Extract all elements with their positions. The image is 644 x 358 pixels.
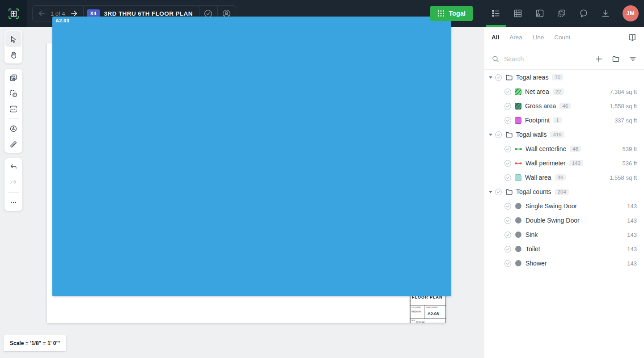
select-tool-button[interactable] bbox=[5, 31, 21, 47]
plus-icon bbox=[595, 55, 603, 63]
tree-group-togal-areas[interactable]: Togal areas 70 bbox=[484, 70, 644, 84]
check-circle-icon[interactable] bbox=[495, 131, 502, 139]
item-label: Wall centerline bbox=[525, 145, 566, 152]
takeoff-list-panel-button[interactable] bbox=[491, 0, 501, 27]
togal-ai-button[interactable]: Togal bbox=[430, 6, 473, 21]
undo-button[interactable] bbox=[5, 159, 21, 175]
item-label: Sink bbox=[525, 231, 538, 238]
tree-item-single-swing-door[interactable]: Single Swing Door 143 bbox=[484, 199, 644, 213]
table-view-button[interactable] bbox=[513, 0, 523, 27]
tree-item-wall-centerline[interactable]: Wall centerline 48 539 ft bbox=[484, 142, 644, 156]
download-icon bbox=[601, 8, 610, 18]
redo-button[interactable] bbox=[5, 175, 21, 190]
count-dot-swatch bbox=[515, 260, 521, 266]
togal-button-label: Togal bbox=[449, 10, 466, 17]
check-circle-icon[interactable] bbox=[504, 202, 512, 210]
comments-button[interactable] bbox=[579, 0, 589, 27]
tree-item-shower[interactable]: Shower 143 bbox=[484, 256, 644, 270]
dots-grid-icon bbox=[437, 10, 445, 17]
pages-panel-button[interactable] bbox=[535, 0, 545, 27]
check-circle-icon[interactable] bbox=[504, 102, 512, 110]
svg-text:A2.03: A2.03 bbox=[428, 311, 439, 316]
tree-item-wall-perimeter[interactable]: Wall perimeter 143 536 ft bbox=[484, 156, 644, 170]
filter-button[interactable] bbox=[629, 55, 637, 63]
annotate-tool-button[interactable] bbox=[5, 121, 21, 136]
check-circle-icon[interactable] bbox=[504, 231, 512, 239]
tree-item-wall-area[interactable]: Wall area 46 1,558 sq ft bbox=[484, 170, 644, 185]
split-region-tool-button[interactable] bbox=[5, 101, 21, 117]
tree-item-gross-area[interactable]: Gross area 46 1,558 sq ft bbox=[484, 99, 644, 113]
folder-icon bbox=[612, 55, 620, 63]
item-value: 337 sq ft bbox=[614, 117, 637, 124]
scale-indicator: Scale = '1/8" = 1' 0"' bbox=[4, 335, 66, 351]
tree-item-double-swing-door[interactable]: Double Swing Door 143 bbox=[484, 213, 644, 227]
check-circle-icon[interactable] bbox=[495, 74, 502, 81]
item-label: Gross area bbox=[525, 102, 556, 110]
folder-icon bbox=[505, 131, 513, 139]
duplicate-button[interactable] bbox=[557, 0, 567, 27]
svg-text:07-14-10: 07-14-10 bbox=[416, 321, 425, 323]
item-label: Wall perimeter bbox=[525, 160, 566, 167]
undo-icon bbox=[9, 163, 17, 171]
check-circle-icon[interactable] bbox=[504, 88, 512, 96]
prev-page-button[interactable] bbox=[33, 6, 51, 21]
download-button[interactable] bbox=[601, 0, 610, 27]
check-circle-icon[interactable] bbox=[504, 145, 512, 153]
pan-tool-button[interactable] bbox=[5, 47, 21, 63]
lasso-icon bbox=[9, 89, 17, 97]
measure-tool-button[interactable] bbox=[5, 136, 21, 152]
copy-takeoff-tool-button[interactable] bbox=[5, 70, 21, 85]
caret-down-icon[interactable] bbox=[489, 76, 492, 79]
check-circle-icon[interactable] bbox=[495, 188, 502, 196]
tree-group-togal-counts[interactable]: Togal counts 204 bbox=[484, 185, 644, 199]
toolbar-group-navigate bbox=[4, 30, 22, 63]
check-circle-icon[interactable] bbox=[504, 217, 512, 224]
toolbar-group-takeoff bbox=[4, 69, 22, 153]
document-title: 3RD THRU 6TH FLOOR PLAN bbox=[104, 10, 193, 17]
gross-area-swatch bbox=[515, 103, 521, 110]
tree-item-net-area[interactable]: Net area 22 7,384 sq ft bbox=[484, 84, 644, 99]
item-label: Wall area bbox=[525, 174, 551, 181]
tab-all[interactable]: All bbox=[491, 34, 499, 41]
count-dot-swatch bbox=[515, 203, 521, 209]
tree-item-footprint[interactable]: Footprint 1 337 sq ft bbox=[484, 113, 644, 127]
sidebar-tabs: All Area Line Count bbox=[484, 27, 644, 48]
search-input[interactable] bbox=[504, 55, 576, 63]
checklist-icon bbox=[491, 8, 501, 18]
check-circle-icon[interactable] bbox=[504, 117, 512, 124]
group-count-badge: 204 bbox=[555, 189, 569, 195]
add-takeoff-button[interactable] bbox=[595, 55, 603, 63]
tab-area[interactable]: Area bbox=[509, 34, 522, 41]
count-dot-swatch bbox=[515, 232, 521, 238]
caret-down-icon[interactable] bbox=[489, 191, 492, 193]
app-logo[interactable] bbox=[0, 0, 27, 27]
sidebar-search bbox=[484, 48, 644, 70]
header-actions: Togal JM bbox=[430, 0, 639, 27]
net-area-swatch bbox=[515, 88, 521, 95]
check-circle-icon[interactable] bbox=[504, 245, 512, 253]
item-count-badge: 46 bbox=[559, 103, 571, 109]
check-circle-icon[interactable] bbox=[504, 160, 512, 167]
tree-item-toilet[interactable]: Toilet 143 bbox=[484, 242, 644, 256]
item-value: 143 bbox=[627, 232, 637, 238]
tree-group-togal-walls[interactable]: Togal walls 419 bbox=[484, 127, 644, 142]
wall-perimeter-swatch bbox=[515, 160, 522, 167]
user-avatar[interactable]: JM bbox=[623, 5, 639, 21]
check-circle-icon[interactable] bbox=[504, 260, 512, 267]
tab-count[interactable]: Count bbox=[554, 34, 570, 41]
item-label: Net area bbox=[525, 88, 549, 95]
caret-down-icon[interactable] bbox=[489, 134, 492, 136]
tab-line[interactable]: Line bbox=[533, 34, 544, 41]
tree-item-sink[interactable]: Sink 143 bbox=[484, 227, 644, 242]
search-icon bbox=[491, 55, 500, 63]
svg-text:SHEET NUMBER: SHEET NUMBER bbox=[426, 307, 438, 308]
new-folder-button[interactable] bbox=[612, 55, 620, 63]
item-value: 143 bbox=[627, 203, 637, 210]
item-value: 536 ft bbox=[622, 160, 637, 167]
legend-button[interactable] bbox=[628, 33, 637, 42]
sheet-number-badge[interactable]: A2.03 bbox=[52, 17, 451, 296]
lasso-select-tool-button[interactable] bbox=[5, 85, 21, 101]
check-circle-icon[interactable] bbox=[504, 174, 512, 181]
more-tools-button[interactable] bbox=[5, 194, 21, 210]
togal-app: 1 of 4 A2.03 X4 3RD THRU 6TH FLOOR PLAN bbox=[0, 0, 644, 358]
